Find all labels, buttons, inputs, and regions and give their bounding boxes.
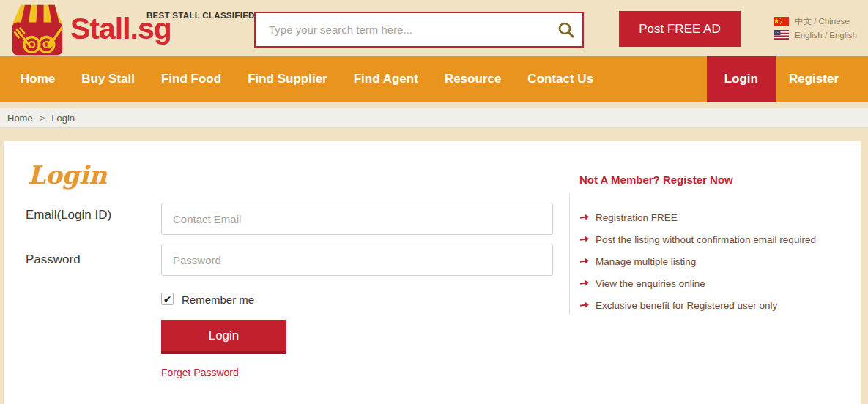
password-field[interactable] <box>161 244 553 276</box>
arrow-right-icon <box>579 213 589 222</box>
nav-item-resource[interactable]: Resource <box>431 56 514 102</box>
login-button[interactable]: Login <box>161 320 286 354</box>
language-chinese[interactable]: 中文 / Chinese <box>774 16 857 27</box>
remember-me-label: Remember me <box>182 293 254 306</box>
nav-item-buy-stall[interactable]: Buy Stall <box>68 56 148 102</box>
arrow-right-icon <box>579 279 589 288</box>
list-item: View the enquiries online <box>579 272 816 294</box>
language-switcher: 中文 / Chinese English / English <box>774 16 857 42</box>
nav-item-find-supplier[interactable]: Find Supplier <box>234 56 341 102</box>
benefits-list: Registration FREE Post the listing witho… <box>579 206 816 316</box>
language-english-label: English / English <box>795 31 857 40</box>
register-now-link[interactable]: Not A Member? Register Now <box>579 173 733 186</box>
main-nav: Home Buy Stall Find Food Find Supplier F… <box>0 56 868 102</box>
page-title: Login <box>28 160 107 190</box>
breadcrumb: Home > Login <box>0 108 868 128</box>
email-label: Email(Login ID) <box>26 208 111 222</box>
nav-item-contact-us[interactable]: Contact Us <box>514 56 607 102</box>
arrow-right-icon <box>579 257 589 266</box>
arrow-right-icon <box>579 235 589 244</box>
nav-item-home[interactable]: Home <box>7 56 68 102</box>
search-input[interactable] <box>256 13 550 46</box>
china-flag-icon <box>774 17 789 26</box>
language-chinese-label: 中文 / Chinese <box>795 16 850 27</box>
arrow-right-icon <box>579 301 589 310</box>
nav-item-find-agent[interactable]: Find Agent <box>341 56 431 102</box>
email-field[interactable] <box>161 203 553 235</box>
nav-item-find-food[interactable]: Find Food <box>148 56 234 102</box>
remember-me-checkbox[interactable]: ✔ <box>161 293 174 305</box>
nav-item-register[interactable]: Register <box>776 56 852 102</box>
content-panel: Login Email(Login ID) Password ✔ Remembe… <box>4 141 861 404</box>
language-english[interactable]: English / English <box>774 30 857 40</box>
vertical-divider <box>569 194 570 315</box>
search-button[interactable] <box>550 13 582 46</box>
page: Stall.sg BEST STALL CLASSIFIED Post FREE… <box>0 0 868 404</box>
password-label: Password <box>26 252 81 267</box>
breadcrumb-home[interactable]: Home <box>7 113 33 124</box>
breadcrumb-separator: > <box>40 113 45 124</box>
nav-item-login[interactable]: Login <box>707 56 776 102</box>
list-item: Manage multiple listing <box>579 250 816 272</box>
site-tagline: BEST STALL CLASSIFIED <box>146 11 255 20</box>
breadcrumb-login: Login <box>51 113 75 124</box>
list-item: Post the listing without confirmation em… <box>579 228 816 250</box>
post-free-ad-button[interactable]: Post FREE AD <box>619 11 741 47</box>
search-box <box>254 12 584 48</box>
search-icon <box>557 21 575 39</box>
checkmark-icon: ✔ <box>163 293 172 305</box>
forget-password-link[interactable]: Forget Password <box>161 367 239 378</box>
us-flag-icon <box>774 30 789 40</box>
stall-logo-icon[interactable] <box>6 2 69 58</box>
list-item: Registration FREE <box>579 206 816 228</box>
list-item: Exclusive benefit for Registered user on… <box>579 294 816 316</box>
